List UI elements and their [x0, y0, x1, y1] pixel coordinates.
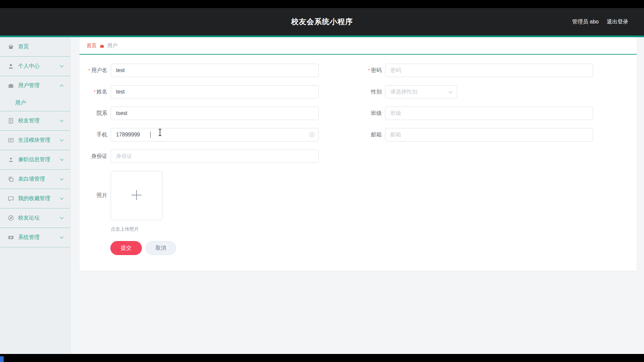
email-label: 邮箱 — [354, 131, 385, 138]
chevron-down-icon — [59, 197, 64, 200]
phone-label: 手机 — [79, 131, 111, 138]
chevron-down-icon — [59, 119, 64, 122]
crown-icon — [100, 44, 104, 48]
breadcrumb-current: 用户 — [107, 43, 117, 49]
sidebar-item-alumni-management[interactable]: 校友管理 — [0, 111, 70, 130]
department-label: 院系 — [79, 110, 111, 117]
sidebar-item-label: 兼职信息管理 — [18, 156, 59, 163]
class-label: 班级 — [354, 110, 385, 117]
sidebar-item-label: 首页 — [18, 43, 64, 50]
name-input[interactable] — [111, 85, 319, 99]
briefcase-icon — [7, 82, 14, 89]
form-row: *姓名 性别 请选择性别 — [79, 85, 637, 99]
required-mark: * — [368, 67, 370, 73]
sidebar-item-life-module-management[interactable]: 生活模块管理 — [0, 131, 70, 150]
field-department: 院系 — [79, 107, 319, 120]
sidebar-item-label: 校友管理 — [18, 117, 59, 124]
sidebar-item-label: 生活模块管理 — [18, 137, 59, 144]
chevron-down-icon — [448, 89, 453, 95]
form-actions: 提交 取消 — [110, 241, 637, 255]
photo-upload-box[interactable] — [111, 171, 162, 220]
user-icon — [7, 63, 14, 70]
sidebar-item-favorites-management[interactable]: 我的收藏管理 — [0, 189, 70, 208]
copy-icon — [7, 176, 14, 183]
password-input[interactable] — [385, 64, 593, 77]
sidebar-item-alumni-forum[interactable]: 校友论坛 — [0, 208, 70, 228]
field-password: *密码 — [354, 64, 593, 77]
form-card: 首页 用户 *用户名 *密码 — [79, 37, 637, 271]
breadcrumb-home-link[interactable]: 首页 — [87, 43, 97, 49]
gender-label: 性别 — [354, 88, 385, 96]
card-icon — [7, 137, 14, 144]
chevron-up-icon — [59, 84, 64, 87]
password-label: *密码 — [354, 67, 385, 74]
circle-close-icon[interactable] — [309, 132, 315, 137]
field-gender: 性别 请选择性别 — [354, 85, 457, 99]
sidebar: 首页 个人中心 用户管理 用户 — [0, 37, 70, 354]
document-icon — [7, 118, 14, 124]
app-header: 校友会系统小程序 管理员 abo 退出登录 — [0, 8, 644, 36]
class-input[interactable] — [385, 107, 593, 120]
email-input[interactable] — [385, 128, 593, 141]
upload-hint-text: 点击上传照片 — [111, 226, 637, 232]
sidebar-item-label: 我的收藏管理 — [18, 195, 59, 202]
page-title: 校友会系统小程序 — [0, 8, 644, 36]
department-input[interactable] — [111, 107, 319, 120]
id-card-input[interactable] — [111, 149, 319, 163]
sidebar-item-personal-center[interactable]: 个人中心 — [0, 57, 70, 76]
submit-button[interactable]: 提交 — [110, 241, 142, 255]
required-mark: * — [88, 67, 90, 73]
chevron-down-icon — [59, 217, 64, 220]
field-email: 邮箱 — [354, 128, 593, 141]
sidebar-subitem-user[interactable]: 用户 — [0, 95, 70, 111]
logout-button[interactable]: 退出登录 — [607, 18, 628, 25]
form-row-photo: 照片 — [79, 171, 637, 220]
main-layout: 首页 个人中心 用户管理 用户 — [0, 37, 644, 354]
id-card-label: 身份证 — [79, 153, 111, 160]
field-username: *用户名 — [79, 64, 319, 77]
person-icon — [7, 157, 14, 163]
sidebar-item-user-management[interactable]: 用户管理 — [0, 76, 70, 95]
name-label: *姓名 — [79, 88, 111, 96]
plus-icon — [129, 188, 144, 203]
field-name: *姓名 — [79, 85, 319, 99]
content-area: 首页 用户 *用户名 *密码 — [70, 37, 644, 354]
chat-icon — [7, 195, 14, 202]
chevron-down-icon — [59, 65, 64, 68]
chevron-down-icon — [59, 178, 64, 181]
top-black-strip — [0, 0, 644, 8]
sidebar-item-confession-wall-management[interactable]: 表白墙管理 — [0, 170, 70, 189]
chevron-down-icon — [59, 158, 64, 161]
user-form: *用户名 *密码 *姓名 性别 — [79, 55, 637, 255]
username-input[interactable] — [111, 64, 319, 77]
breadcrumb: 首页 用户 — [79, 37, 637, 55]
admin-user-label: 管理员 abo — [572, 18, 599, 25]
gender-select[interactable]: 请选择性别 — [385, 85, 457, 99]
sidebar-subitem-label: 用户 — [15, 100, 26, 107]
bottom-black-bar — [0, 354, 644, 362]
phone-input[interactable] — [111, 128, 319, 141]
text-caret — [150, 132, 151, 138]
sidebar-divider — [0, 247, 70, 247]
field-class: 班级 — [354, 107, 593, 120]
field-photo: 照片 — [79, 171, 162, 220]
form-row: 手机 邮箱 — [79, 128, 637, 141]
field-id-card: 身份证 — [79, 149, 319, 163]
chevron-down-icon — [59, 236, 64, 239]
sidebar-item-label: 校友论坛 — [18, 215, 59, 222]
cancel-button[interactable]: 取消 — [146, 241, 176, 255]
form-row: 院系 班级 — [79, 107, 637, 120]
sidebar-item-parttime-info-management[interactable]: 兼职信息管理 — [0, 150, 70, 169]
form-row: 身份证 — [79, 149, 637, 163]
header-right: 管理员 abo 退出登录 — [572, 8, 628, 36]
gender-placeholder: 请选择性别 — [390, 88, 417, 96]
sidebar-item-home[interactable]: 首页 — [0, 37, 70, 56]
home-icon — [7, 44, 14, 50]
sidebar-item-label: 系统管理 — [18, 234, 59, 241]
chevron-down-icon — [59, 139, 64, 142]
sidebar-item-system-management[interactable]: 系统管理 — [0, 228, 70, 247]
username-label: *用户名 — [79, 67, 111, 74]
corner-blue-artifact — [0, 356, 4, 362]
required-mark: * — [94, 89, 96, 95]
form-row: *用户名 *密码 — [79, 64, 637, 77]
